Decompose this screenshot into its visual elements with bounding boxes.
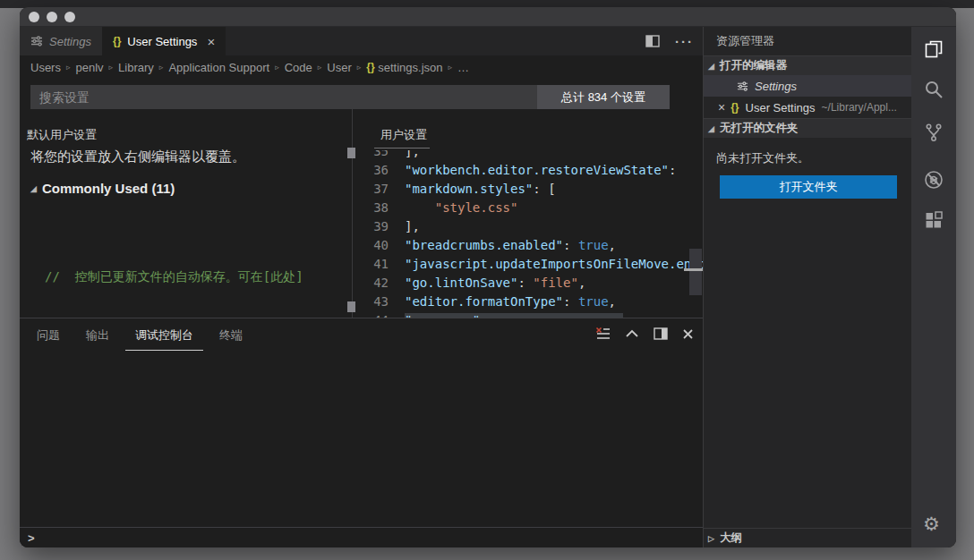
tab-label: User Settings [127,35,197,48]
code-line: 37"markdown.styles": [ [360,179,703,198]
default-settings-header: 默认用户设置 [27,127,97,143]
tab-settings[interactable]: Settings [20,27,102,55]
breadcrumb-item[interactable]: Users [30,61,61,74]
sash-handle[interactable] [347,148,355,158]
code-line: 36"workbench.editor.restoreViewState": [360,160,703,179]
settings-count-badge: 总计 834 个设置 [537,85,670,109]
breadcrumb-item[interactable]: Application Support [168,61,269,74]
twistie-icon: ◢ [30,184,37,193]
json-braces-icon: {} [113,35,121,47]
traffic-light-zoom-button[interactable] [64,12,75,22]
editor-area: Settings {} User Settings × ··· [20,27,703,547]
twistie-icon: ◢ [708,62,714,71]
close-icon[interactable]: × [718,100,725,115]
outline-section-header[interactable]: ▷大纲 [704,528,911,547]
settings-editor: 总计 834 个设置 默认用户设置 将您的设置放入右侧编辑器以覆盖。 ◢Comm… [20,79,703,318]
override-notice: 将您的设置放入右侧编辑器以覆盖。 [30,148,245,165]
breadcrumb-separator-icon: ▹ [61,63,76,72]
more-actions-icon[interactable]: ··· [675,34,694,49]
comment-line: // 控制已更新文件的自动保存。可在[此处] [45,265,354,288]
scrollbar-position-mark [684,268,703,271]
extensions-icon[interactable] [923,209,944,231]
tab-bar: Settings {} User Settings × ··· [20,27,703,55]
breadcrumb-separator-icon: ▹ [154,63,169,72]
breadcrumb-separator-icon: ▹ [352,63,367,72]
close-icon[interactable]: × [207,34,215,49]
maximize-panel-icon[interactable] [654,327,668,340]
debug-console-input[interactable]: > [20,527,703,547]
no-folder-section-header[interactable]: ◢无打开的文件夹 [704,118,911,138]
debug-disabled-icon[interactable] [923,169,944,191]
close-icon[interactable] [682,328,694,340]
twistie-icon: ▷ [708,534,714,543]
code-line: 38 "style.css" [360,198,703,216]
commonly-used-group-header[interactable]: ◢Commonly Used (11) [30,181,175,196]
breadcrumb-item[interactable]: penlv [75,61,103,74]
code-line: 40"breadcrumbs.enabled": true, [360,235,703,254]
gear-icon[interactable]: ⚙ [923,513,944,535]
tune-icon [737,81,748,92]
code-line: 44"……………………" [360,310,703,318]
item-path: ~/Library/Appl... [822,101,897,114]
breadcrumb-item[interactable]: Library [118,61,154,74]
tab-user-settings[interactable]: {} User Settings × [102,27,226,55]
chevron-up-icon[interactable] [625,329,639,338]
breadcrumb-item[interactable]: User [327,61,351,74]
breadcrumb-separator-icon: ▹ [312,63,328,72]
user-settings-header-underline [374,148,430,148]
panel-tab-terminal[interactable]: 终端 [209,319,252,350]
breadcrumb-item[interactable]: settings.json [378,61,442,74]
twistie-icon: ◢ [708,124,714,133]
tab-label: Settings [49,35,91,48]
panel-tab-output[interactable]: 输出 [76,319,119,350]
vscode-window: Settings {} User Settings × ··· [20,7,956,547]
code-line: 35], [360,150,703,160]
clear-console-icon[interactable] [595,327,611,341]
tune-icon [30,35,43,47]
code-line: 42"go.lintOnSave": "file", [360,273,703,292]
source-control-icon[interactable] [923,122,944,143]
sash-handle[interactable] [347,301,355,312]
panel-tab-debug-console[interactable]: 调试控制台 [125,319,203,351]
prompt-chevron-icon: > [28,531,35,545]
traffic-light-close-button[interactable] [29,12,39,22]
bottom-panel: 问题 输出 调试控制台 终端 [20,318,703,547]
pane-sash[interactable] [352,109,353,318]
title-bar[interactable] [20,7,956,27]
open-editor-item-settings[interactable]: Settings [704,75,911,97]
item-label: Settings [755,80,797,93]
user-settings-header: 用户设置 [380,127,427,143]
sidebar-title: 资源管理器 [704,27,911,55]
editor-scrollbar[interactable] [689,249,702,295]
code-line: 43"editor.formatOnType": true, [360,292,703,310]
breadcrumb-separator-icon: ▹ [104,63,119,72]
default-settings-code[interactable]: // 控制已更新文件的自动保存。可在[此处] (https://code.vis… [45,218,354,318]
json-braces-icon: {} [366,61,374,73]
open-folder-button[interactable]: 打开文件夹 [720,175,897,199]
open-editor-item-user-settings[interactable]: × {} User Settings ~/Library/Appl... [704,97,911,118]
item-label: User Settings [746,101,816,115]
code-line: 39], [360,216,703,235]
explorer-sidebar: 资源管理器 ◢打开的编辑器 Settings × {} User Setting… [703,27,911,547]
no-folder-message: 尚未打开文件夹。 [716,150,899,166]
open-editors-section-header[interactable]: ◢打开的编辑器 [704,55,911,75]
explorer-icon[interactable] [923,38,944,60]
code-line: 41"javascript.updateImportsOnFileMove.en… [360,254,703,273]
breadcrumb-item[interactable]: Code [285,61,312,74]
split-editor-icon[interactable] [645,35,660,47]
breadcrumb-item[interactable]: … [457,61,469,74]
panel-tab-problems[interactable]: 问题 [27,319,70,350]
search-icon[interactable] [923,79,944,100]
breadcrumb-separator-icon: ▹ [269,63,285,72]
user-settings-editor[interactable]: 35], 36"workbench.editor.restoreViewStat… [360,150,703,318]
json-braces-icon: {} [730,101,739,114]
traffic-light-minimize-button[interactable] [47,12,57,22]
breadcrumb-separator-icon: ▹ [442,63,457,72]
breadcrumb: Users ▹ penlv ▹ Library ▹ Application Su… [20,55,703,79]
activity-bar: ⚙ [911,27,956,547]
